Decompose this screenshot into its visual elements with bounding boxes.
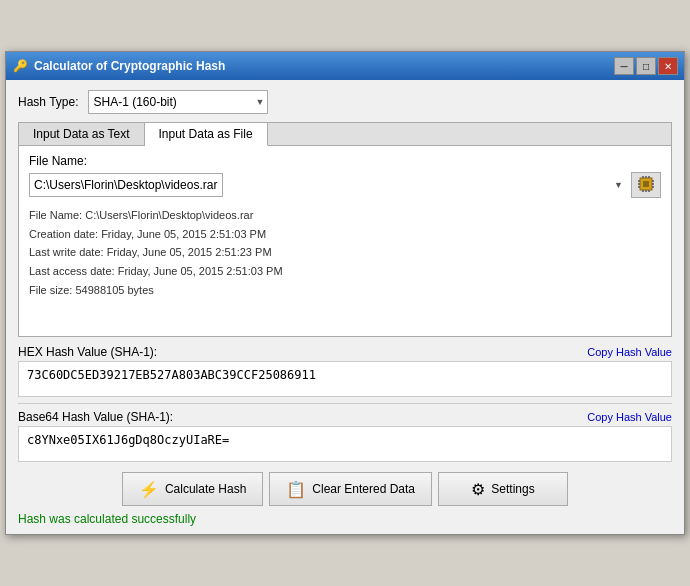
hash-type-row: Hash Type: MD5 (128-bit) SHA-1 (160-bit)…: [18, 90, 672, 114]
file-info-line-2: Creation date: Friday, June 05, 2015 2:5…: [29, 225, 661, 244]
app-icon: 🔑: [12, 58, 28, 74]
file-input-row: C:\Users\Florin\Desktop\videos.rar: [29, 172, 661, 198]
title-controls: ─ □ ✕: [614, 57, 678, 75]
tabs-bar: Input Data as Text Input Data as File: [19, 123, 671, 146]
tab-section: Input Data as Text Input Data as File Fi…: [18, 122, 672, 337]
tab-content-file: File Name: C:\Users\Florin\Desktop\video…: [19, 146, 671, 336]
copy-hex-link[interactable]: Copy Hash Value: [587, 346, 672, 358]
tab-file[interactable]: Input Data as File: [145, 123, 268, 146]
calculate-button-label: Calculate Hash: [165, 482, 246, 496]
tab-text[interactable]: Input Data as Text: [19, 123, 145, 145]
base64-hash-value: c8YNxe05IX61J6gDq8OczyUIaRE=: [18, 426, 672, 462]
copy-base64-link[interactable]: Copy Hash Value: [587, 411, 672, 423]
hash-type-select-wrapper: MD5 (128-bit) SHA-1 (160-bit) SHA-256 (2…: [78, 90, 268, 114]
calculate-hash-button[interactable]: Calculate Hash: [122, 472, 263, 506]
window-body: Hash Type: MD5 (128-bit) SHA-1 (160-bit)…: [6, 80, 684, 534]
file-info-line-3: Last write date: Friday, June 05, 2015 2…: [29, 243, 661, 262]
chip-icon: [636, 174, 656, 197]
hex-hash-section: HEX Hash Value (SHA-1): Copy Hash Value …: [18, 345, 672, 397]
file-path-select[interactable]: C:\Users\Florin\Desktop\videos.rar: [29, 173, 223, 197]
base64-hash-section: Base64 Hash Value (SHA-1): Copy Hash Val…: [18, 410, 672, 462]
file-path-wrapper: C:\Users\Florin\Desktop\videos.rar: [29, 173, 627, 197]
title-bar: 🔑 Calculator of Cryptographic Hash ─ □ ✕: [6, 52, 684, 80]
bolt-icon: [139, 480, 159, 499]
hex-hash-value: 73C60DC5ED39217EB527A803ABC39CCF25086911: [18, 361, 672, 397]
file-name-label: File Name:: [29, 154, 661, 168]
main-window: 🔑 Calculator of Cryptographic Hash ─ □ ✕…: [5, 51, 685, 535]
file-info-line-5: File size: 54988105 bytes: [29, 281, 661, 300]
clear-button-label: Clear Entered Data: [312, 482, 415, 496]
title-bar-left: 🔑 Calculator of Cryptographic Hash: [12, 58, 225, 74]
base64-hash-label: Base64 Hash Value (SHA-1):: [18, 410, 173, 424]
window-title: Calculator of Cryptographic Hash: [34, 59, 225, 73]
file-info-line-4: Last access date: Friday, June 05, 2015 …: [29, 262, 661, 281]
svg-rect-1: [643, 181, 649, 187]
status-message: Hash was calculated successfully: [18, 512, 672, 526]
maximize-button[interactable]: □: [636, 57, 656, 75]
hash-type-select[interactable]: MD5 (128-bit) SHA-1 (160-bit) SHA-256 (2…: [88, 90, 268, 114]
clear-data-button[interactable]: Clear Entered Data: [269, 472, 432, 506]
settings-button-label: Settings: [491, 482, 534, 496]
file-info-line-1: File Name: C:\Users\Florin\Desktop\video…: [29, 206, 661, 225]
buttons-row: Calculate Hash Clear Entered Data Settin…: [18, 472, 672, 506]
settings-button[interactable]: Settings: [438, 472, 568, 506]
close-button[interactable]: ✕: [658, 57, 678, 75]
base64-hash-header: Base64 Hash Value (SHA-1): Copy Hash Val…: [18, 410, 672, 424]
file-info: File Name: C:\Users\Florin\Desktop\video…: [29, 206, 661, 299]
gear-icon: [471, 480, 485, 499]
minimize-button[interactable]: ─: [614, 57, 634, 75]
hash-type-label: Hash Type:: [18, 95, 78, 109]
divider: [18, 403, 672, 404]
clear-icon: [286, 480, 306, 499]
browse-button[interactable]: [631, 172, 661, 198]
hex-hash-label: HEX Hash Value (SHA-1):: [18, 345, 157, 359]
hex-hash-header: HEX Hash Value (SHA-1): Copy Hash Value: [18, 345, 672, 359]
